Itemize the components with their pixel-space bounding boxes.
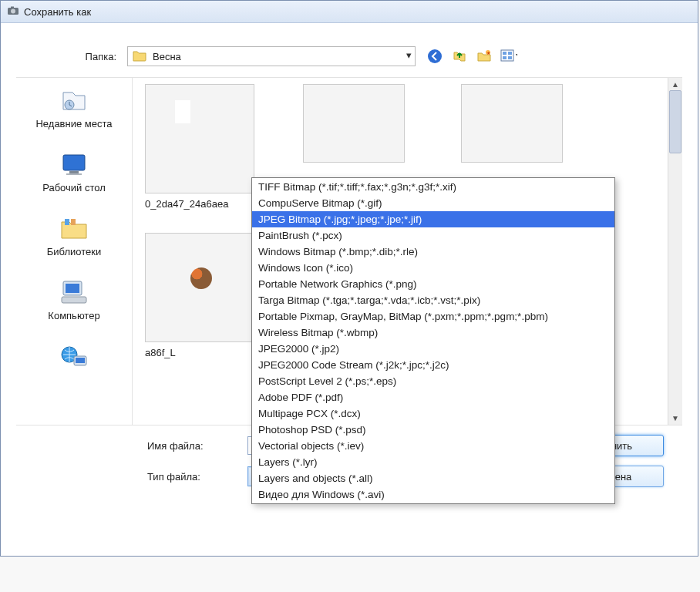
filetype-option[interactable]: Vectorial objects (*.iev) bbox=[252, 438, 614, 454]
libraries-icon bbox=[58, 214, 90, 243]
svg-point-1 bbox=[11, 8, 15, 13]
folder-icon bbox=[133, 49, 146, 64]
svg-rect-16 bbox=[71, 219, 76, 225]
camera-icon bbox=[7, 5, 19, 19]
view-menu-icon[interactable] bbox=[500, 48, 517, 65]
folder-value: Весна bbox=[153, 51, 181, 62]
thumbnail-caption: 0_2da47_24a6aea bbox=[145, 198, 257, 210]
thumbnail-image bbox=[303, 84, 405, 163]
thumbnail-caption: a86f_L bbox=[145, 347, 257, 358]
computer-icon bbox=[58, 278, 90, 307]
new-folder-icon[interactable]: ★ bbox=[476, 48, 493, 65]
scrollbar[interactable]: ▲ ▼ bbox=[668, 78, 682, 425]
svg-rect-15 bbox=[65, 219, 69, 225]
filename-label: Имя файла: bbox=[147, 440, 247, 452]
folder-label: Папка: bbox=[55, 51, 116, 62]
filetype-option[interactable]: Windows Icon (*.ico) bbox=[252, 260, 614, 276]
nav-toolbar: ★ bbox=[426, 48, 517, 65]
filetype-option[interactable]: Windows Bitmap (*.bmp;*.dib;*.rle) bbox=[252, 244, 614, 260]
svg-rect-22 bbox=[76, 358, 85, 363]
place-label: Компьютер bbox=[28, 310, 120, 321]
network-icon bbox=[58, 341, 90, 371]
filetype-option[interactable]: Multipage PCX (*.dcx) bbox=[252, 405, 614, 422]
save-as-dialog: Сохранить как Папка: Весна ▾ ★ bbox=[0, 0, 698, 557]
places-computer[interactable]: Компьютер bbox=[26, 274, 122, 325]
window-title: Сохранить как bbox=[24, 6, 91, 18]
file-thumb[interactable]: 0_2da47_24a6aea bbox=[145, 84, 257, 210]
filetype-option[interactable]: JPEG Bitmap (*.jpg;*.jpeg;*.jpe;*.jif) bbox=[252, 211, 614, 227]
dialog-content: Папка: Весна ▾ ★ bbox=[1, 23, 698, 514]
places-bar: Недавние места Рабочий стол Библиотеки bbox=[16, 78, 133, 425]
filetype-option[interactable]: TIFF Bitmap (*.tif;*.tiff;*.fax;*.g3n;*.… bbox=[252, 179, 614, 195]
svg-rect-12 bbox=[63, 155, 85, 170]
filetype-option[interactable]: CompuServe Bitmap (*.gif) bbox=[252, 195, 614, 211]
filetype-option[interactable]: Wireless Bitmap (*.wbmp) bbox=[252, 325, 614, 341]
places-libraries[interactable]: Библиотеки bbox=[26, 210, 122, 261]
svg-rect-10 bbox=[508, 56, 512, 59]
filetype-option[interactable]: Видео для Windows (*.avi) bbox=[252, 486, 614, 503]
svg-rect-8 bbox=[508, 52, 512, 55]
file-thumb[interactable]: a86f_L bbox=[145, 233, 257, 358]
scroll-up-icon[interactable]: ▲ bbox=[671, 80, 679, 89]
svg-text:★: ★ bbox=[486, 51, 490, 56]
desktop-icon bbox=[58, 150, 90, 179]
places-desktop[interactable]: Рабочий стол bbox=[26, 146, 122, 197]
back-icon[interactable] bbox=[426, 48, 443, 65]
recent-icon bbox=[58, 86, 90, 115]
svg-rect-7 bbox=[503, 52, 506, 55]
filetype-option[interactable]: Portable Pixmap, GrayMap, BitMap (*.pxm;… bbox=[252, 308, 614, 325]
svg-rect-9 bbox=[503, 56, 506, 59]
filetype-option[interactable]: JPEG2000 Code Stream (*.j2k;*.jpc;*.j2c) bbox=[252, 357, 614, 373]
filetype-option[interactable]: Targa Bitmap (*.tga;*.targa;*.vda;*.icb;… bbox=[252, 292, 614, 308]
folder-row: Папка: Весна ▾ ★ bbox=[55, 46, 682, 66]
filetype-option[interactable]: PaintBrush (*.pcx) bbox=[252, 227, 614, 244]
scrollbar-thumb[interactable] bbox=[669, 90, 681, 153]
place-label: Недавние места bbox=[28, 118, 120, 130]
svg-rect-19 bbox=[62, 297, 86, 303]
filetype-option[interactable]: Photoshop PSD (*.psd) bbox=[252, 422, 614, 438]
filetype-option[interactable]: Portable Network Graphics (*.png) bbox=[252, 276, 614, 292]
filetype-option[interactable]: Adobe PDF (*.pdf) bbox=[252, 389, 614, 405]
folder-combo[interactable]: Весна ▾ bbox=[127, 46, 416, 66]
filetype-option[interactable]: PostScript Level 2 (*.ps;*.eps) bbox=[252, 373, 614, 389]
thumbnail-image bbox=[145, 233, 254, 342]
svg-rect-13 bbox=[69, 171, 79, 173]
chevron-down-icon: ▾ bbox=[406, 49, 412, 61]
filetype-option[interactable]: Layers (*.lyr) bbox=[252, 454, 614, 470]
svg-rect-2 bbox=[11, 6, 14, 8]
filetype-option[interactable]: JPEG2000 (*.jp2) bbox=[252, 341, 614, 357]
thumbnail-image bbox=[461, 84, 563, 163]
filetype-option[interactable]: Layers and objects (*.all) bbox=[252, 470, 614, 486]
svg-rect-18 bbox=[66, 284, 79, 293]
place-label: Библиотеки bbox=[28, 246, 120, 257]
filetype-dropdown-list[interactable]: TIFF Bitmap (*.tif;*.tiff;*.fax;*.g3n;*.… bbox=[251, 177, 615, 504]
places-network[interactable] bbox=[26, 338, 122, 377]
place-label: Рабочий стол bbox=[28, 182, 120, 193]
thumbnail-image bbox=[145, 84, 254, 193]
filetype-label: Тип файла: bbox=[147, 471, 247, 483]
svg-point-3 bbox=[428, 49, 442, 63]
scroll-down-icon[interactable]: ▼ bbox=[671, 414, 679, 422]
titlebar[interactable]: Сохранить как bbox=[1, 1, 698, 23]
svg-rect-14 bbox=[66, 173, 82, 175]
places-recent[interactable]: Недавние места bbox=[26, 82, 122, 133]
up-icon[interactable] bbox=[451, 48, 468, 65]
